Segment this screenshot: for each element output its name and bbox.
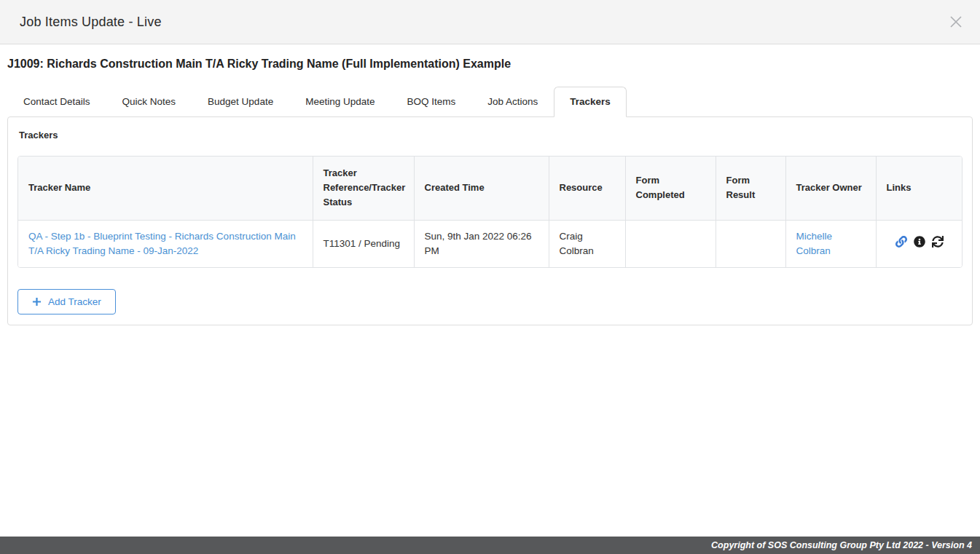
copyright-text: Copyright of SOS Consulting Group Pty Lt… [711, 540, 972, 550]
add-tracker-label: Add Tracker [48, 296, 101, 307]
column-header-resource: Resource [549, 157, 625, 220]
link-icon[interactable] [895, 236, 907, 248]
modal-header: Job Items Update - Live [0, 0, 980, 44]
add-tracker-button[interactable]: Add Tracker [17, 289, 116, 314]
cell-tracker-name: QA - Step 1b - Blueprint Testing - Richa… [18, 220, 313, 267]
table-row: QA - Step 1b - Blueprint Testing - Richa… [18, 220, 963, 267]
tab-job-actions[interactable]: Job Actions [471, 87, 554, 116]
trackers-table: Tracker Name Tracker Reference/Tracker S… [17, 156, 963, 268]
column-header-created-time: Created Time [414, 157, 549, 220]
tab-budget-update[interactable]: Budget Update [192, 87, 289, 116]
cell-created-time: Sun, 9th Jan 2022 06:26 PM [414, 220, 549, 267]
tracker-name-link[interactable]: QA - Step 1b - Blueprint Testing - Richa… [28, 231, 296, 256]
tab-bar: Contact Details Quick Notes Budget Updat… [7, 87, 973, 116]
footer-bar: Copyright of SOS Consulting Group Pty Lt… [0, 537, 980, 554]
column-header-links: Links [876, 157, 963, 220]
tab-contact-details[interactable]: Contact Details [7, 87, 106, 116]
plus-icon [32, 297, 42, 306]
tab-boq-items[interactable]: BOQ Items [391, 87, 471, 116]
job-heading: J1009: Richards Construction Main T/A Ri… [7, 58, 973, 71]
cell-form-completed [625, 220, 716, 267]
column-header-reference-status: Tracker Reference/Tracker Status [313, 157, 414, 220]
modal-title: Job Items Update - Live [20, 15, 162, 30]
cell-links [876, 220, 963, 267]
tab-trackers[interactable]: Trackers [554, 87, 627, 117]
table-header-row: Tracker Name Tracker Reference/Tracker S… [18, 157, 963, 220]
tab-meeting-update[interactable]: Meeting Update [289, 87, 391, 116]
trackers-panel: Trackers Tracker Name Tracker Reference/… [7, 116, 973, 325]
tab-quick-notes[interactable]: Quick Notes [106, 87, 192, 116]
column-header-tracker-owner: Tracker Owner [785, 157, 876, 220]
tracker-owner-link[interactable]: Michelle Colbran [796, 231, 833, 256]
column-header-tracker-name: Tracker Name [18, 157, 313, 220]
close-icon[interactable] [945, 11, 967, 33]
cell-form-result [716, 220, 785, 267]
column-header-form-completed: Form Completed [625, 157, 716, 220]
sync-icon[interactable] [932, 236, 944, 248]
cell-tracker-owner: Michelle Colbran [785, 220, 876, 267]
column-header-form-result: Form Result [716, 157, 785, 220]
section-title: Trackers [17, 127, 963, 156]
cell-resource: Craig Colbran [549, 220, 625, 267]
info-icon[interactable] [914, 236, 925, 248]
cell-reference-status: T11301 / Pending [313, 220, 414, 267]
